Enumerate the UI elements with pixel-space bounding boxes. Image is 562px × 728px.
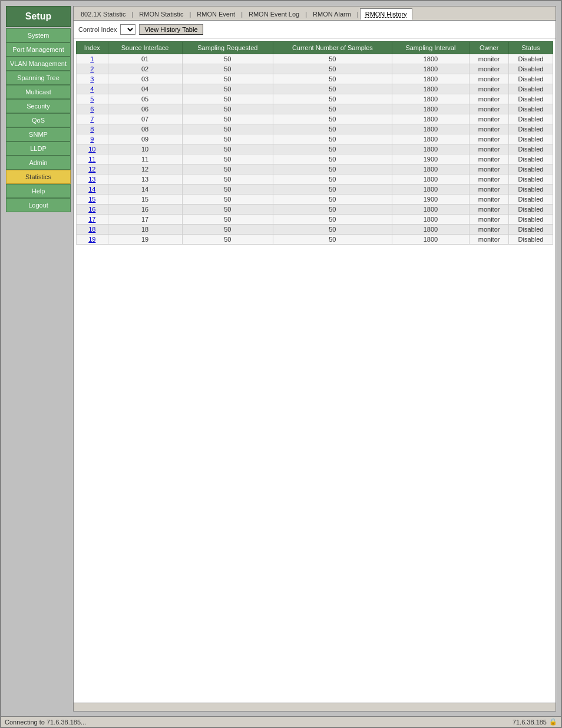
- cell-source: 19: [108, 235, 182, 245]
- cell-current-samples: 50: [273, 144, 392, 154]
- cell-index[interactable]: 13: [77, 174, 108, 185]
- cell-current-samples: 50: [273, 225, 392, 235]
- tab-rmon-event[interactable]: RMON Event: [192, 9, 240, 19]
- sidebar-item-help[interactable]: Help: [6, 184, 71, 198]
- cell-owner: monitor: [470, 74, 509, 84]
- cell-index[interactable]: 8: [77, 124, 108, 134]
- cell-status: Disabled: [508, 124, 553, 134]
- cell-index[interactable]: 16: [77, 205, 108, 215]
- cell-index[interactable]: 5: [77, 94, 108, 104]
- view-history-table-button[interactable]: View History Table: [139, 24, 203, 35]
- sidebar: Setup SystemPort ManagementVLAN Manageme…: [6, 6, 71, 711]
- cell-index[interactable]: 6: [77, 104, 108, 114]
- cell-index[interactable]: 10: [77, 144, 108, 154]
- control-index-select[interactable]: [120, 24, 135, 35]
- table-container: IndexSource InterfaceSampling RequestedC…: [74, 39, 556, 703]
- cell-sampling-req: 50: [182, 144, 273, 154]
- sidebar-item-multicast[interactable]: Multicast: [6, 85, 71, 99]
- cell-sampling-req: 50: [182, 225, 273, 235]
- cell-status: Disabled: [508, 84, 553, 94]
- tab-rmon-event-log[interactable]: RMON Event Log: [244, 9, 304, 19]
- cell-index[interactable]: 12: [77, 164, 108, 174]
- sidebar-item-system[interactable]: System: [6, 28, 71, 42]
- sidebar-item-lldp[interactable]: LLDP: [6, 141, 71, 156]
- sidebar-item-logout[interactable]: Logout: [6, 198, 71, 212]
- table-row: 60650501800monitorDisabled: [77, 104, 553, 114]
- cell-source: 18: [108, 225, 182, 235]
- sidebar-item-vlan-management[interactable]: VLAN Management: [6, 57, 71, 71]
- cell-sampling-req: 50: [182, 124, 273, 134]
- cell-owner: monitor: [470, 124, 509, 134]
- sidebar-item-security[interactable]: Security: [6, 99, 71, 113]
- cell-current-samples: 50: [273, 154, 392, 164]
- cell-source: 15: [108, 195, 182, 205]
- cell-index[interactable]: 15: [77, 195, 108, 205]
- control-index-label: Control Index: [78, 26, 117, 33]
- cell-current-samples: 50: [273, 185, 392, 195]
- cell-sampling-interval: 1800: [392, 225, 470, 235]
- status-right: 71.6.38.185 🔒: [513, 718, 557, 726]
- sidebar-item-statistics[interactable]: Statistics: [6, 170, 71, 184]
- cell-index[interactable]: 9: [77, 134, 108, 144]
- sidebar-item-admin[interactable]: Admin: [6, 156, 71, 170]
- cell-status: Disabled: [508, 215, 553, 225]
- cell-source: 04: [108, 84, 182, 94]
- cell-index[interactable]: 3: [77, 74, 108, 84]
- col-header-index: Index: [77, 42, 108, 54]
- cell-sampling-interval: 1800: [392, 134, 470, 144]
- cell-index[interactable]: 7: [77, 114, 108, 124]
- cell-index[interactable]: 14: [77, 185, 108, 195]
- cell-status: Disabled: [508, 235, 553, 245]
- cell-current-samples: 50: [273, 164, 392, 174]
- cell-owner: monitor: [470, 195, 509, 205]
- table-row: 141450501800monitorDisabled: [77, 185, 553, 195]
- cell-owner: monitor: [470, 114, 509, 124]
- cell-current-samples: 50: [273, 104, 392, 114]
- cell-status: Disabled: [508, 94, 553, 104]
- cell-status: Disabled: [508, 114, 553, 124]
- cell-current-samples: 50: [273, 74, 392, 84]
- sidebar-item-port-management[interactable]: Port Management: [6, 42, 71, 57]
- cell-source: 14: [108, 185, 182, 195]
- cell-status: Disabled: [508, 174, 553, 185]
- tab-8021x[interactable]: 802.1X Statistic: [76, 9, 130, 19]
- cell-index[interactable]: 11: [77, 154, 108, 164]
- cell-index[interactable]: 2: [77, 64, 108, 74]
- cell-status: Disabled: [508, 64, 553, 74]
- cell-owner: monitor: [470, 94, 509, 104]
- sidebar-item-spanning-tree[interactable]: Spanning Tree: [6, 71, 71, 85]
- tab-rmon-alarm[interactable]: RMON Alarm: [308, 9, 356, 19]
- col-header-sampling-requested: Sampling Requested: [182, 42, 273, 54]
- cell-owner: monitor: [470, 84, 509, 94]
- cell-current-samples: 50: [273, 94, 392, 104]
- cell-index[interactable]: 17: [77, 215, 108, 225]
- status-bar: Connecting to 71.6.38.185... 71.6.38.185…: [1, 716, 561, 727]
- cell-index[interactable]: 19: [77, 235, 108, 245]
- cell-sampling-interval: 1800: [392, 205, 470, 215]
- cell-sampling-interval: 1800: [392, 114, 470, 124]
- cell-owner: monitor: [470, 235, 509, 245]
- sidebar-title: Setup: [6, 6, 71, 27]
- cell-sampling-interval: 1800: [392, 74, 470, 84]
- cell-owner: monitor: [470, 154, 509, 164]
- cell-index[interactable]: 18: [77, 225, 108, 235]
- tab-rmon-statistic[interactable]: RMON Statistic: [134, 9, 188, 19]
- sidebar-item-qos[interactable]: QoS: [6, 113, 71, 127]
- cell-current-samples: 50: [273, 64, 392, 74]
- cell-owner: monitor: [470, 164, 509, 174]
- content-area: 802.1X Statistic|RMON Statistic|RMON Eve…: [73, 6, 556, 711]
- cell-sampling-req: 50: [182, 205, 273, 215]
- cell-sampling-req: 50: [182, 164, 273, 174]
- table-row: 151550501900monitorDisabled: [77, 195, 553, 205]
- tab-rmon-history[interactable]: RMON History: [360, 8, 412, 20]
- hscroll-area[interactable]: [74, 703, 556, 711]
- sidebar-item-snmp[interactable]: SNMP: [6, 127, 71, 141]
- cell-sampling-req: 50: [182, 134, 273, 144]
- cell-current-samples: 50: [273, 84, 392, 94]
- cell-sampling-interval: 1900: [392, 154, 470, 164]
- cell-index[interactable]: 4: [77, 84, 108, 94]
- cell-source: 03: [108, 74, 182, 84]
- cell-index[interactable]: 1: [77, 54, 108, 64]
- cell-source: 17: [108, 215, 182, 225]
- col-header-sampling-interval: Sampling Interval: [392, 42, 470, 54]
